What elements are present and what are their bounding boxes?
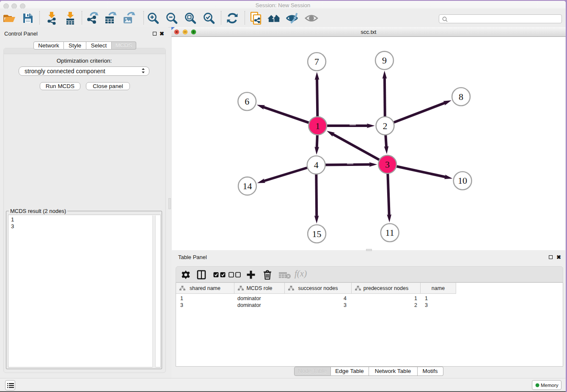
svg-text:10: 10: [458, 175, 467, 186]
svg-text:2: 2: [383, 121, 388, 131]
svg-text:3: 3: [385, 159, 390, 170]
svg-text:11: 11: [385, 227, 394, 238]
svg-text:8: 8: [459, 91, 463, 102]
svg-text:15: 15: [312, 229, 322, 239]
svg-text:14: 14: [243, 181, 252, 191]
svg-text:7: 7: [314, 56, 319, 67]
svg-text:6: 6: [245, 96, 249, 107]
svg-text:9: 9: [382, 55, 387, 66]
svg-text:1: 1: [315, 121, 320, 131]
svg-text:4: 4: [314, 160, 319, 170]
